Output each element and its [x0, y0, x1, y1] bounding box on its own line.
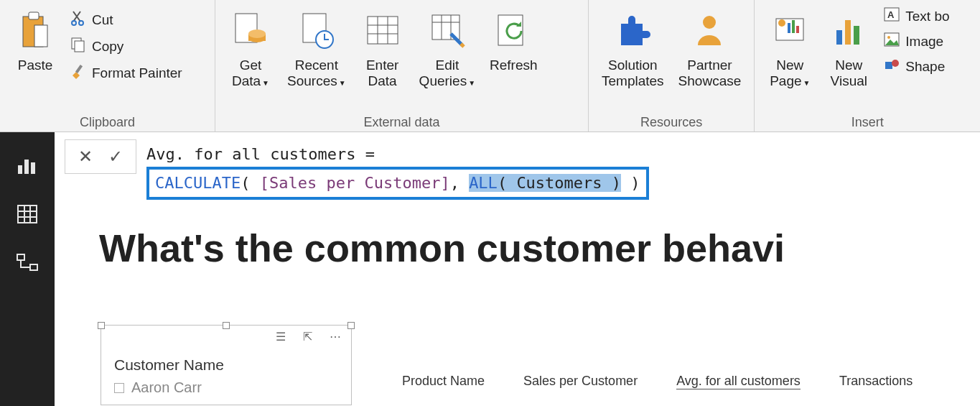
new-visual-button[interactable]: New Visual	[821, 4, 877, 92]
puzzle-icon	[614, 7, 651, 55]
solution-templates-label: Solution Templates	[602, 57, 664, 89]
solution-templates-button[interactable]: Solution Templates	[596, 4, 670, 92]
new-page-button[interactable]: New Page▼	[762, 4, 818, 94]
table-headers: Product Name Sales per Customer Avg. for…	[402, 374, 913, 389]
group-label-clipboard: Clipboard	[7, 114, 207, 130]
svg-rect-40	[24, 160, 29, 174]
partner-showcase-label: Partner Showcase	[678, 57, 742, 89]
get-data-button[interactable]: Get Data▼	[223, 4, 279, 94]
edit-queries-icon	[429, 7, 465, 55]
svg-rect-47	[17, 254, 24, 260]
new-page-icon	[772, 7, 808, 55]
new-page-label: New Page	[770, 57, 803, 88]
token-calculate: CALCULATE	[155, 174, 241, 192]
more-options-icon[interactable]: ⋯	[330, 330, 341, 343]
cut-label: Cut	[92, 12, 113, 28]
copy-icon	[70, 37, 86, 56]
recent-sources-label: Recent Sources	[287, 57, 338, 88]
new-visual-label: New Visual	[831, 57, 867, 89]
resize-handle[interactable]	[98, 322, 105, 329]
formula-line-1: Avg. for all customers =	[146, 142, 970, 167]
svg-rect-14	[368, 17, 398, 44]
report-view-button[interactable]	[13, 151, 42, 180]
token-all: ALL	[469, 174, 498, 192]
edit-queries-label: Edit Queries	[419, 57, 467, 88]
checkbox-icon[interactable]	[114, 383, 124, 393]
shapes-button[interactable]: Shape	[879, 56, 953, 77]
enter-data-icon	[365, 7, 401, 55]
data-view-button[interactable]	[13, 200, 42, 229]
filters-icon[interactable]: ☰	[276, 330, 286, 343]
recent-sources-button[interactable]: Recent Sources▼	[281, 4, 352, 94]
svg-point-4	[79, 21, 83, 25]
col-transactions[interactable]: Transactions	[839, 374, 913, 389]
group-label-resources: Resources	[596, 114, 747, 130]
partner-showcase-button[interactable]: Partner Showcase	[673, 4, 747, 92]
format-painter-label: Format Painter	[92, 65, 182, 81]
svg-rect-23	[498, 15, 523, 45]
format-painter-button[interactable]: Format Painter	[66, 62, 187, 84]
page-title: What's the common customer behavi	[99, 226, 951, 270]
refresh-button[interactable]: Refresh	[484, 4, 543, 76]
svg-rect-2	[34, 25, 47, 47]
get-data-icon	[233, 7, 269, 55]
svg-rect-27	[788, 23, 790, 33]
cancel-formula-button[interactable]: ✕	[78, 147, 93, 167]
svg-rect-32	[854, 26, 859, 45]
image-button[interactable]: Image	[879, 31, 953, 52]
paste-icon	[19, 7, 52, 55]
formula-input[interactable]: Avg. for all customers = CALCULATE( [Sal…	[136, 139, 980, 203]
copy-label: Copy	[92, 39, 123, 55]
svg-rect-41	[31, 162, 35, 174]
svg-rect-31	[845, 20, 851, 45]
shapes-label: Shape	[905, 59, 945, 75]
commit-formula-button[interactable]: ✓	[108, 147, 123, 167]
svg-point-38	[892, 60, 899, 67]
svg-point-24	[703, 16, 716, 29]
svg-rect-42	[18, 206, 37, 223]
col-avg-all-customers[interactable]: Avg. for all customers	[676, 374, 801, 389]
token-measure: [Sales per Customer]	[260, 174, 450, 192]
view-sidebar	[0, 132, 55, 406]
focus-mode-icon[interactable]: ⇱	[303, 330, 312, 343]
brush-icon	[70, 63, 86, 83]
svg-rect-28	[792, 20, 795, 33]
text-box-button[interactable]: A Text bo	[879, 6, 953, 27]
model-view-button[interactable]	[13, 249, 42, 277]
resize-handle[interactable]	[347, 322, 355, 329]
col-product-name[interactable]: Product Name	[402, 374, 485, 389]
enter-data-button[interactable]: Enter Data	[355, 4, 411, 92]
get-data-label: Get Data	[232, 57, 261, 88]
ribbon: Paste Cut Copy Format Painter Clipboard	[0, 0, 980, 132]
svg-rect-29	[796, 26, 799, 33]
text-box-label: Text bo	[905, 9, 949, 24]
svg-rect-1	[29, 12, 39, 19]
svg-point-36	[887, 36, 890, 39]
enter-data-label: Enter Data	[366, 57, 398, 89]
slicer-item[interactable]: Aaron Carr	[131, 379, 202, 396]
formula-line-2: CALCULATE( [Sales per Customer], ALL( Cu…	[146, 167, 649, 200]
col-sales-per-customer[interactable]: Sales per Customer	[523, 374, 638, 389]
paste-label: Paste	[18, 57, 53, 73]
cut-button[interactable]: Cut	[66, 9, 187, 31]
paste-button[interactable]: Paste	[7, 4, 63, 76]
edit-queries-button[interactable]: Edit Queries▼	[414, 4, 481, 94]
svg-rect-37	[885, 62, 892, 69]
refresh-label: Refresh	[490, 57, 538, 73]
svg-rect-39	[18, 165, 22, 174]
recent-sources-icon	[299, 7, 335, 55]
formula-bar: ✕ ✓ Avg. for all customers = CALCULATE( …	[65, 139, 980, 201]
svg-rect-48	[30, 264, 37, 270]
copy-button[interactable]: Copy	[66, 35, 187, 57]
svg-rect-30	[836, 30, 842, 45]
svg-rect-7	[75, 65, 83, 73]
group-label-insert: Insert	[762, 114, 973, 130]
token-customers: Customers	[516, 174, 602, 192]
svg-point-26	[778, 19, 785, 27]
refresh-icon	[495, 7, 531, 55]
image-label: Image	[905, 34, 943, 50]
slicer-visual[interactable]: ☰ ⇱ ⋯ Customer Name Aaron Carr	[101, 325, 352, 405]
image-icon	[884, 32, 900, 50]
resize-handle[interactable]	[223, 322, 230, 329]
svg-point-3	[72, 21, 76, 25]
